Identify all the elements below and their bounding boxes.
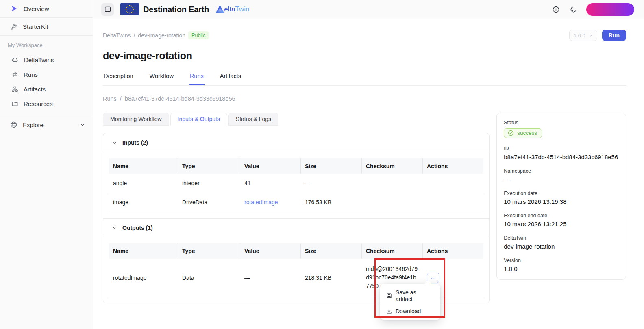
column-header-type: Type: [178, 158, 240, 174]
sidebar-item-starterkit[interactable]: StarterKit: [0, 18, 93, 36]
save-icon: [386, 292, 392, 299]
cell-name: image: [109, 193, 178, 212]
app: Overview StarterKit My Workspace DeltaTw…: [0, 0, 644, 329]
field-label: Version: [504, 258, 619, 263]
inputs-section-title: Inputs (2): [122, 139, 148, 146]
status-badge: success: [504, 128, 542, 138]
run-tab-bar: Monitoring Workflow Inputs & Outputs Sta…: [103, 113, 490, 126]
cloud-icon: [11, 56, 19, 63]
status-badge-label: success: [517, 130, 537, 136]
sidebar-item-label: Explore: [23, 121, 44, 128]
sidebar-item-label: StarterKit: [23, 23, 48, 30]
menu-item-download[interactable]: Download: [380, 305, 440, 317]
run-details-panel: Status success ID b8a7ef41-37dc-4514-bd8…: [496, 113, 626, 280]
tab-monitoring-workflow[interactable]: Monitoring Workflow: [103, 113, 169, 126]
logo-text-twin: Twin: [235, 5, 250, 13]
outputs-section-header[interactable]: Outputs (1): [103, 218, 489, 237]
sidebar-item-explore[interactable]: Explore: [0, 115, 93, 134]
field-label: ID: [504, 146, 619, 152]
column-header-name: Name: [109, 243, 178, 259]
detail-field-id: ID b8a7ef41-37dc-4514-bd84-3d33c6918e56: [504, 146, 619, 160]
detail-field-execution-end-date: Execution end date 10 mars 2026 13:21:25: [504, 213, 619, 227]
chevron-down-icon: [588, 33, 593, 38]
check-circle-icon: [508, 130, 514, 136]
field-value: 1.0.0: [504, 265, 619, 272]
sidebar-item-label: Resources: [24, 100, 53, 107]
detail-field-version: Version 1.0.0: [504, 258, 619, 272]
profile-button[interactable]: [586, 3, 634, 16]
breadcrumb-separator: /: [133, 32, 135, 39]
cell-checksum: [362, 193, 423, 212]
page-title: dev-image-rotation: [93, 41, 644, 62]
table-header-row: Name Type Value Size Checksum Actions: [109, 158, 483, 174]
cell-size: 218.31 KB: [301, 259, 362, 297]
logo-text-elta: elta: [224, 5, 235, 13]
chevron-down-icon: [112, 225, 117, 230]
dark-mode-button[interactable]: [570, 6, 577, 13]
cell-type: Data: [178, 259, 240, 297]
run-button[interactable]: Run: [602, 30, 626, 41]
sidebar-toggle-button[interactable]: [101, 3, 114, 16]
sidebar-item-label: DeltaTwins: [24, 56, 54, 63]
sidebar-item-overview[interactable]: Overview: [0, 0, 93, 18]
run-breadcrumb-parent[interactable]: Runs: [103, 95, 117, 102]
brand-title: Destination Earth: [143, 5, 209, 14]
field-label: Status: [504, 120, 619, 126]
tab-artifacts[interactable]: Artifacts: [219, 73, 242, 85]
sidebar-item-deltatwins[interactable]: DeltaTwins: [0, 52, 93, 67]
info-icon: [552, 6, 560, 13]
status-field: Status success: [504, 120, 619, 138]
cell-value: —: [240, 259, 301, 297]
inputs-table: Name Type Value Size Checksum Actions an…: [103, 152, 489, 218]
cell-name: angle: [109, 174, 178, 193]
download-icon: [386, 308, 392, 314]
sidebar: Overview StarterKit My Workspace DeltaTw…: [0, 0, 93, 329]
cell-value: 41: [240, 174, 301, 193]
outputs-section-title: Outputs (1): [122, 225, 153, 231]
breadcrumb: DeltaTwins / dev-image-rotation Public: [103, 31, 209, 39]
menu-item-save-as-artifact[interactable]: Save as artifact: [380, 286, 440, 305]
sidebar-item-resources[interactable]: Resources: [0, 96, 93, 111]
chevron-down-icon: [112, 140, 117, 145]
breadcrumb-current: dev-image-rotation: [138, 32, 185, 39]
info-button[interactable]: [552, 6, 560, 13]
breadcrumb-parent[interactable]: DeltaTwins: [103, 32, 131, 39]
menu-item-label: Save as artifact: [396, 289, 435, 302]
sidebar-item-runs[interactable]: Runs: [0, 67, 93, 82]
sidebar-item-label: Artifacts: [24, 86, 46, 93]
run-breadcrumb-id: b8a7ef41-37dc-4514-bd84-3d33c6918e56: [125, 95, 235, 102]
run-breadcrumb-separator: /: [120, 95, 122, 102]
sidebar-item-label: Overview: [24, 5, 49, 12]
cell-size: 176.53 KB: [301, 193, 362, 212]
wrench-icon: [10, 23, 17, 30]
chevron-down-icon: [80, 122, 85, 128]
column-header-size: Size: [301, 158, 362, 174]
version-select-value: 1.0.0: [574, 32, 585, 39]
visibility-badge: Public: [188, 31, 209, 39]
run-breadcrumb: Runs / b8a7ef41-37dc-4514-bd84-3d33c6918…: [103, 95, 634, 102]
tab-status-logs[interactable]: Status & Logs: [228, 113, 278, 126]
row-actions-menu: Save as artifact Download: [380, 284, 440, 320]
table-row: angle integer 41 —: [109, 174, 483, 193]
tab-workflow[interactable]: Workflow: [149, 73, 174, 85]
detail-field-deltatwin: DeltaTwin dev-image-rotation: [504, 235, 619, 250]
field-label: Namespace: [504, 168, 619, 174]
sitemap-icon: [11, 86, 18, 93]
cell-actions: [423, 174, 483, 193]
inputs-section-header[interactable]: Inputs (2): [103, 133, 489, 152]
column-header-checksum: Checksum: [362, 158, 423, 174]
input-value-link[interactable]: rotatedImage: [244, 199, 278, 206]
main-content: DeltaTwins / dev-image-rotation Public 1…: [93, 19, 644, 329]
io-card: Inputs (2) Name Type Value Size Checksum…: [103, 133, 490, 303]
table-header-row: Name Type Value Size Checksum Actions: [109, 243, 483, 259]
tab-runs[interactable]: Runs: [189, 73, 205, 85]
sidebar-item-artifacts[interactable]: Artifacts: [0, 82, 93, 96]
version-select[interactable]: 1.0.0: [569, 30, 597, 41]
menu-item-label: Download: [396, 308, 421, 314]
tab-description[interactable]: Description: [103, 73, 134, 85]
column-header-value: Value: [240, 243, 301, 259]
folder-icon: [11, 100, 18, 107]
sidebar-section-label: My Workspace: [0, 36, 93, 52]
column-header-name: Name: [109, 158, 178, 174]
tab-inputs-outputs[interactable]: Inputs & Outputs: [170, 113, 227, 126]
